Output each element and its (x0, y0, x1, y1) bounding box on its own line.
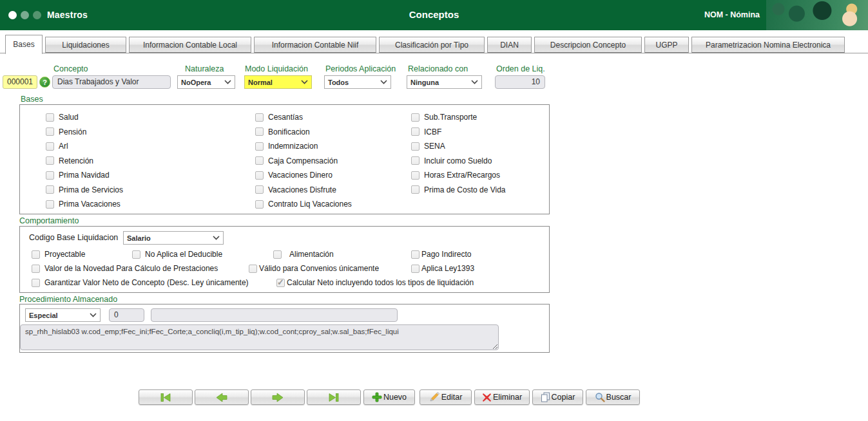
next-record-icon (271, 393, 284, 402)
checkbox-label: Bonificacion (268, 127, 310, 136)
previous-record-button[interactable] (195, 389, 249, 405)
checkbox-bonificacion[interactable]: Bonificacion (255, 127, 352, 136)
checkbox-label: Caja Compensación (268, 156, 338, 165)
header-bar: Maestros Conceptos NOM - Nómina (0, 0, 868, 30)
checkbox-arl[interactable]: Arl (46, 142, 123, 151)
checkbox-contrato-liq-vacaciones[interactable]: Contrato Liq Vacaciones (255, 200, 352, 209)
checkbox-label: Calcular Neto incluyendo todos los tipos… (287, 278, 474, 287)
checkbox-prima-vacaciones[interactable]: Prima Vacaciones (46, 200, 123, 209)
checkbox-retencion[interactable]: Retención (46, 156, 123, 165)
checkbox-pension[interactable]: Pensión (46, 127, 123, 136)
bases-fieldset: Salud Pensión Arl Retención Prima Navida… (19, 104, 550, 214)
checkbox-vacaciones-disfrute[interactable]: Vacaciones Disfrute (255, 185, 352, 194)
tab-ugpp[interactable]: UGPP (644, 37, 689, 53)
checkbox-icon (255, 171, 264, 180)
chevron-down-icon (301, 80, 308, 84)
naturaleza-select[interactable]: NoOpera (177, 75, 235, 89)
checkbox-valido-para-convenios[interactable]: Válido para Convenios únicamente (249, 264, 379, 273)
checkbox-aplica-ley1393[interactable]: Aplica Ley1393 (411, 264, 474, 273)
checkbox-incluir-como-sueldo[interactable]: Incluir como Sueldo (411, 156, 506, 165)
checkbox-icon (411, 142, 420, 151)
relacionado-con-select-value: Ninguna (410, 79, 439, 86)
concepto-code-field[interactable]: 000001 (3, 75, 37, 89)
procedimiento-parametro-field[interactable] (151, 308, 398, 322)
next-record-button[interactable] (251, 389, 305, 405)
checkbox-label: Válido para Convenios únicamente (259, 264, 379, 273)
checkbox-vacaciones-dinero[interactable]: Vacaciones Dinero (255, 171, 352, 180)
bases-column-3: Sub.Transporte ICBF SENA Incluir como Su… (411, 113, 506, 200)
checkbox-icon (255, 127, 264, 136)
periodos-aplicacion-label: Periodos Aplicación (325, 64, 396, 73)
procedimiento-numero-field[interactable]: 0 (109, 308, 144, 322)
tab-dian[interactable]: DIAN (487, 37, 532, 53)
orden-de-liq-field[interactable]: 10 (495, 75, 545, 89)
checkbox-pago-indirecto[interactable]: Pago Indirecto (411, 250, 471, 259)
checkbox-sub-transporte[interactable]: Sub.Transporte (411, 113, 506, 122)
naturaleza-select-value: NoOpera (181, 79, 211, 86)
checkbox-label: ICBF (424, 127, 441, 136)
checkbox-garantizar-valor-neto[interactable]: Garantizar Valor Neto de Concepto (Desc.… (32, 278, 249, 287)
help-icon[interactable]: ? (39, 77, 50, 88)
tab-informacion-contable-niif[interactable]: Informacion Contable Niif (254, 37, 376, 53)
tab-informacion-contable-local[interactable]: Informacion Contable Local (129, 37, 251, 53)
last-record-button[interactable] (307, 389, 361, 405)
tab-parametrizacion-nomina-electronica[interactable]: Parametrizacion Nomina Electronica (691, 37, 845, 53)
checkbox-calcular-neto-todos-tipos[interactable]: Calcular Neto incluyendo todos los tipos… (276, 278, 474, 287)
checkbox-icon (255, 200, 264, 209)
copy-icon (541, 392, 550, 402)
bases-column-2: Cesantías Bonificacion Indemnizacion Caj… (255, 113, 352, 214)
codigo-base-liquidacion-select[interactable]: Salario (123, 231, 224, 245)
eliminar-button-label: Eliminar (493, 393, 522, 402)
checkbox-label: Pensión (59, 127, 86, 136)
copiar-button-label: Copiar (552, 393, 575, 402)
checkbox-icon (46, 185, 54, 194)
checkbox-label: Horas Extra/Recargos (424, 171, 500, 180)
first-record-icon (159, 393, 173, 402)
nuevo-button[interactable]: Nuevo (363, 389, 415, 405)
buscar-button-label: Buscar (606, 393, 632, 402)
checkbox-label: Aplica Ley1393 (421, 264, 474, 273)
eliminar-button[interactable]: Eliminar (474, 389, 530, 405)
relacionado-con-label: Relacionado con (408, 64, 468, 73)
checkbox-label: Contrato Liq Vacaciones (268, 200, 352, 209)
checkbox-cesantias[interactable]: Cesantías (255, 113, 352, 122)
checkbox-prima-navidad[interactable]: Prima Navidad (46, 171, 123, 180)
copiar-button[interactable]: Copiar (532, 389, 583, 405)
procedimiento-tipo-select[interactable]: Especial (25, 308, 101, 322)
tab-bases[interactable]: Bases (5, 35, 43, 54)
checkbox-no-aplica-el-deducible[interactable]: No Aplica el Deducible (132, 250, 222, 259)
checkbox-horas-extra-recargos[interactable]: Horas Extra/Recargos (411, 171, 506, 180)
chevron-down-icon (380, 80, 387, 84)
checkbox-proyectable[interactable]: Proyectable (32, 250, 85, 259)
checkbox-label: No Aplica el Deducible (145, 250, 222, 259)
concepto-name-field[interactable]: Dias Trabajados y Valor (52, 75, 171, 89)
checkbox-icbf[interactable]: ICBF (411, 127, 506, 136)
checkbox-label: Prima Navidad (59, 171, 110, 180)
procedimiento-script-textarea[interactable]: sp_rhh_hislab03 w.cod_emp;fFec_ini;fFec_… (20, 324, 499, 350)
buscar-button[interactable]: Buscar (586, 389, 640, 405)
checkbox-icon (46, 156, 54, 165)
first-record-button[interactable] (139, 389, 193, 405)
checkbox-salud[interactable]: Salud (46, 113, 123, 122)
tab-liquidaciones[interactable]: Liquidaciones (45, 37, 126, 53)
relacionado-con-select[interactable]: Ninguna (407, 75, 482, 89)
checkbox-alimentacion[interactable]: Alimentación (273, 250, 334, 259)
checkbox-label: Alimentación (289, 250, 334, 259)
modo-liquidacion-select[interactable]: Normal (244, 75, 312, 89)
checkbox-prima-de-servicios[interactable]: Prima de Servicios (46, 185, 123, 194)
checkbox-valor-novedad-calculo-prestaciones[interactable]: Valor de la Novedad Para Cálculo de Pres… (32, 264, 218, 273)
periodos-aplicacion-select[interactable]: Todos (324, 75, 391, 89)
checkbox-caja-compensacion[interactable]: Caja Compensación (255, 156, 352, 165)
tab-clasificacion-por-tipo[interactable]: Clasificación por Tipo (379, 37, 485, 53)
modo-liquidacion-select-value: Normal (248, 79, 273, 86)
tab-descripcion-concepto[interactable]: Descripcion Concepto (534, 37, 642, 53)
checkbox-sena[interactable]: SENA (411, 142, 506, 151)
checkbox-icon (255, 185, 264, 194)
comportamiento-section-title: Comportamiento (19, 216, 79, 225)
checkbox-icon (255, 156, 264, 165)
bases-section-title: Bases (21, 95, 43, 104)
checkbox-prima-de-costo-de-vida[interactable]: Prima de Costo de Vida (411, 185, 506, 194)
editar-button[interactable]: Editar (420, 389, 472, 405)
bases-column-1: Salud Pensión Arl Retención Prima Navida… (46, 113, 123, 214)
checkbox-indemnizacion[interactable]: Indemnizacion (255, 142, 352, 151)
